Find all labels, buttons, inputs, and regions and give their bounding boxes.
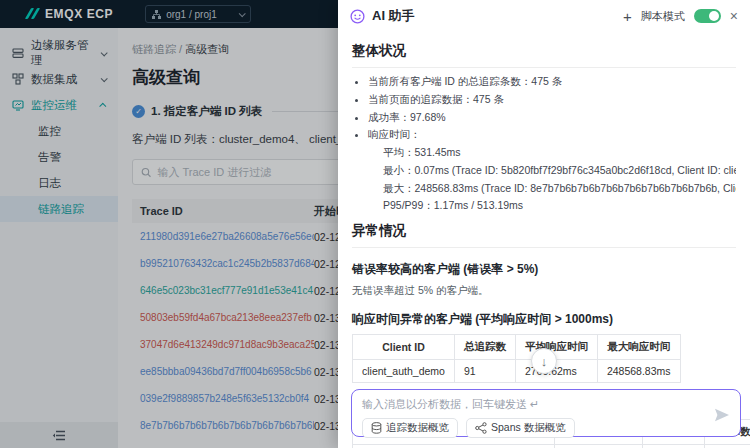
response-time-label: 响应时间： <box>368 128 421 140</box>
ai-drawer-header: AI 助手 + 脚本模式 × <box>338 0 750 32</box>
spans-overview-chip[interactable]: Spans 数据概览 <box>466 418 575 438</box>
response-time-sublist: 平均：531.45ms 最小：0.07ms (Trace ID: 5b820fb… <box>368 145 736 214</box>
script-mode-toggle[interactable] <box>694 9 721 23</box>
anomaly-section-heading: 异常情况 <box>352 222 736 248</box>
database-icon <box>371 422 382 434</box>
close-icon[interactable]: × <box>730 9 738 23</box>
message-composer[interactable]: 输入消息以分析数据，回车键发送 ↵ 追踪数据概览 Spans 数据概览 <box>351 389 741 437</box>
table-row: client_auth_demo 91 2760.62ms 248568.83m… <box>353 360 681 383</box>
column-header: Client ID <box>353 335 455 360</box>
overview-bullet: 当前页面的追踪数据：475 条 <box>368 92 736 108</box>
script-mode-label: 脚本模式 <box>641 9 685 24</box>
ai-drawer-title: AI 助手 <box>372 7 415 25</box>
overview-section-heading: 整体状况 <box>352 42 736 68</box>
response-time-item: P95/P99：1.17ms / 513.19ms <box>383 198 736 214</box>
ai-assistant-drawer: AI 助手 + 脚本模式 × 整体状况 当前所有客户端 ID 的总追踪条数：47… <box>338 0 750 448</box>
column-header: 总追踪数 <box>454 335 515 360</box>
overview-bullet: 当前所有客户端 ID 的总追踪条数：475 条 <box>368 74 736 90</box>
column-header: 最大响应时间 <box>597 335 680 360</box>
trace-overview-chip[interactable]: 追踪数据概览 <box>362 418 458 438</box>
slow-clients-table: Client ID 总追踪数 平均响应时间 最大响应时间 client_auth… <box>352 334 681 383</box>
response-time-item: 最大：248568.83ms (Trace ID: 8e7b7b6b7b6b7b… <box>383 181 736 197</box>
table-header-row: Client ID 总追踪数 平均响应时间 最大响应时间 <box>353 335 681 360</box>
chip-label: Spans 数据概览 <box>491 421 566 435</box>
error-clients-heading: 错误率较高的客户端 (错误率 > 5%) <box>352 261 736 278</box>
table-row: 96bbdadeaf1bd77ba9c9b365418e2792 cluster… <box>353 445 750 448</box>
drawer-backdrop[interactable] <box>0 0 338 448</box>
overview-bullet: 成功率：97.68% <box>368 110 736 126</box>
duration-cell: 511.51 <box>643 445 705 448</box>
slow-clients-heading: 响应时间异常的客户端 (平均响应时间 > 1000ms) <box>352 311 736 328</box>
spans-icon <box>475 422 487 434</box>
scroll-to-bottom-button[interactable]: ↓ <box>531 348 557 374</box>
column-header: 平均响应时间 <box>515 335 597 360</box>
client-id-cell: client_auth_demo <box>353 360 455 383</box>
new-conversation-button[interactable]: + <box>623 9 632 24</box>
quick-prompt-chips: 追踪数据概览 Spans 数据概览 <box>362 418 730 438</box>
error-clients-empty-text: 无错误率超过 5% 的客户端。 <box>352 284 736 298</box>
overview-bullet-list: 当前所有客户端 ID 的总追踪条数：475 条 当前页面的追踪数据：475 条 … <box>352 74 736 214</box>
send-icon <box>714 408 730 422</box>
response-time-item: 最小：0.07ms (Trace ID: 5b820fbf7f29bf76c34… <box>383 163 736 179</box>
ai-assistant-icon <box>350 9 365 24</box>
trace-id-cell: 96bbdadeaf1bd77ba9c9b365418e2792 <box>353 445 555 448</box>
send-button[interactable] <box>714 408 730 426</box>
ai-drawer-body: 整体状况 当前所有客户端 ID 的总追踪条数：475 条 当前页面的追踪数据：4… <box>338 32 750 448</box>
composer-placeholder: 输入消息以分析数据，回车键发送 ↵ <box>362 397 730 412</box>
total-traces-cell: 91 <box>454 360 515 383</box>
span-count-cell: 3 <box>705 445 750 448</box>
response-time-item: 平均：531.45ms <box>383 145 736 161</box>
chip-label: 追踪数据概览 <box>386 421 449 435</box>
max-response-cell: 248568.83ms <box>597 360 680 383</box>
overview-bullet: 响应时间： 平均：531.45ms 最小：0.07ms (Trace ID: 5… <box>368 127 736 214</box>
client-id-cell: cluster_demo4 <box>555 445 643 448</box>
arrow-down-icon: ↓ <box>541 354 548 369</box>
toggle-knob <box>709 11 719 21</box>
